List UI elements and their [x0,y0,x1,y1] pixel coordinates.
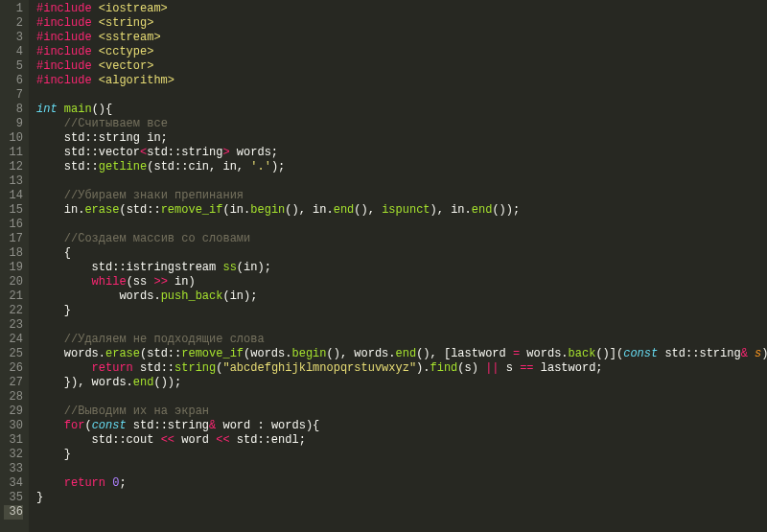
line-number: 31 [4,433,23,448]
code-line[interactable]: return 0; [36,476,767,491]
code-line[interactable] [36,318,767,333]
code-line[interactable]: int main(){ [36,103,767,117]
line-number: 15 [4,203,23,218]
code-line[interactable]: #include <vector> [36,59,767,74]
code-area[interactable]: #include <iostream>#include <string>#inc… [29,0,767,532]
code-token [58,103,64,116]
code-token: s [500,361,521,375]
code-token [36,419,64,432]
code-token: remove_if [181,347,244,360]
code-token: "abcdefghijklmnopqrstuvwxyz" [222,361,416,375]
code-token: (words. [244,347,291,360]
code-line[interactable] [36,174,767,189]
code-token: std::cout [36,433,161,447]
code-line[interactable]: //Создаем массив со словами [36,232,767,246]
code-line[interactable]: while(ss >> in) [36,275,767,289]
code-token: ). [416,361,430,375]
code-token: (s) [457,361,485,375]
code-line[interactable]: std::istringstream ss(in); [36,261,767,275]
code-token: { [36,246,71,260]
code-token: remove_if [161,203,223,217]
code-line[interactable]: in.erase(std::remove_if(in.begin(), in.e… [36,203,767,218]
code-line[interactable] [36,88,767,103]
line-number: 25 [4,347,23,361]
code-token [36,232,64,245]
code-line[interactable]: } [36,448,767,462]
code-token: == [520,361,533,375]
code-line[interactable] [36,462,767,476]
line-number: 11 [4,146,23,160]
code-line[interactable] [36,505,767,520]
code-token: <cctype> [99,45,154,58]
code-token [36,189,64,202]
code-line[interactable]: #include <string> [36,16,767,31]
line-number: 1 [4,2,23,16]
code-token: word : words){ [216,419,319,432]
code-token: (in. [222,203,250,217]
code-token: (ss [127,275,154,289]
code-line[interactable]: { [36,246,767,261]
line-number: 24 [4,333,23,347]
code-token: (), [354,203,382,217]
code-line[interactable]: //Убираем знаки препинания [36,189,767,203]
code-token: words; [230,146,278,159]
code-line[interactable]: } [36,491,767,505]
code-line[interactable]: //Удаляем не подходящие слова [36,333,767,347]
code-token: ()]( [595,347,623,360]
code-line[interactable]: //Выводим их на экран [36,405,767,419]
code-token: in. [36,203,84,217]
code-line[interactable]: std::getline(std::cin, in, '.'); [36,160,767,174]
code-token: (std::cin, in, [147,160,250,173]
code-line[interactable]: #include <sstream> [36,31,767,45]
code-line[interactable]: return std::string("abcdefghijklmnopqrst… [36,361,767,376]
code-token: std:: [36,160,99,173]
code-token: while [92,275,127,289]
code-token [748,347,755,360]
code-line[interactable]: #include <algorithm> [36,74,767,88]
line-number: 28 [4,390,23,405]
line-number: 18 [4,246,23,261]
code-line[interactable]: words.push_back(in); [36,289,767,304]
code-line[interactable] [36,218,767,232]
line-number-gutter: 1234567891011121314151617181920212223242… [0,0,29,532]
code-line[interactable]: std::cout << word << std::endl; [36,433,767,448]
code-token: } [36,491,43,504]
code-token: }), words. [36,376,133,389]
code-token: #include [36,59,92,73]
code-token: <algorithm> [99,74,174,87]
code-token: (in); [237,261,271,274]
line-number: 21 [4,289,23,304]
code-token [92,16,99,30]
code-token: ispunct [382,203,430,217]
line-number: 7 [4,88,23,103]
code-token: (), [lastword [416,347,513,360]
code-token: std::string [127,419,209,432]
code-line[interactable]: #include <cctype> [36,45,767,59]
code-token: <iostream> [99,2,168,15]
code-token [92,74,99,87]
code-token: ){ [761,347,767,360]
line-number: 2 [4,16,23,31]
code-token [92,59,99,73]
code-token [36,333,64,346]
line-number: 35 [4,491,23,505]
code-token: //Создаем массив со словами [64,232,250,245]
code-line[interactable]: std::string in; [36,131,767,146]
code-token: begin [250,203,285,217]
code-line[interactable]: //Считываем все [36,117,767,131]
code-token: ); [271,160,285,173]
code-line[interactable]: words.erase(std::remove_if(words.begin()… [36,347,767,361]
code-line[interactable]: std::vector<std::string> words; [36,146,767,160]
code-token: || [485,361,499,375]
code-token: end [472,203,493,217]
code-token [92,45,99,58]
code-line[interactable]: }), words.end()); [36,376,767,390]
code-line[interactable] [36,390,767,405]
code-token: word [174,433,216,447]
code-line[interactable]: #include <iostream> [36,2,767,16]
code-token: std::endl; [230,433,306,447]
line-number: 33 [4,462,23,476]
code-line[interactable]: } [36,304,767,318]
code-line[interactable]: for(const std::string& word : words){ [36,419,767,433]
code-token [92,2,99,15]
